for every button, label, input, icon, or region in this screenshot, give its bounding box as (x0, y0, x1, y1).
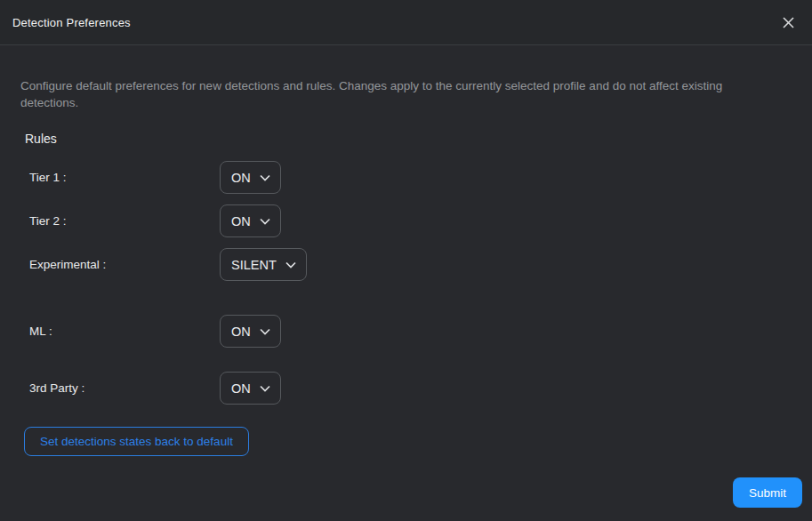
rule-label-3rd-party: 3rd Party : (29, 381, 220, 395)
experimental-dropdown-value: SILENT (231, 258, 277, 272)
tier1-dropdown[interactable]: ON (220, 161, 281, 194)
close-icon (782, 16, 795, 29)
reset-defaults-button[interactable]: Set detections states back to default (24, 427, 249, 456)
third-party-dropdown[interactable]: ON (220, 372, 281, 405)
rule-label-tier1: Tier 1 : (29, 171, 220, 184)
chevron-down-icon (285, 261, 296, 269)
ml-dropdown-value: ON (231, 325, 251, 339)
rule-row-3rd-party: 3rd Party : ON (29, 372, 812, 405)
tier2-dropdown[interactable]: ON (220, 204, 281, 237)
rule-row-tier2: Tier 2 : ON (29, 204, 812, 237)
rule-row-experimental: Experimental : SILENT (29, 248, 812, 281)
rule-label-ml: ML : (29, 325, 220, 338)
rule-row-tier1: Tier 1 : ON (29, 161, 812, 194)
chevron-down-icon (260, 328, 270, 335)
rule-label-tier2: Tier 2 : (29, 214, 220, 228)
dialog-description: Configure default preferences for new de… (20, 77, 778, 111)
tier1-dropdown-value: ON (231, 171, 251, 185)
experimental-dropdown[interactable]: SILENT (220, 248, 307, 281)
detection-preferences-dialog: Detection Preferences Configure default … (0, 0, 812, 521)
third-party-dropdown-value: ON (231, 381, 251, 396)
submit-button[interactable]: Submit (733, 477, 802, 508)
dialog-body: Configure default preferences for new de… (0, 45, 812, 521)
close-button[interactable] (777, 12, 799, 33)
chevron-down-icon (260, 174, 270, 181)
rules-section-title: Rules (25, 132, 812, 146)
tier2-dropdown-value: ON (231, 214, 251, 228)
chevron-down-icon (260, 218, 270, 225)
dialog-header: Detection Preferences (0, 0, 812, 45)
rules-rows: Tier 1 : ON Tier 2 : ON Expe (29, 161, 812, 405)
chevron-down-icon (260, 385, 270, 392)
dialog-title: Detection Preferences (12, 16, 131, 29)
rule-row-ml: ML : ON (29, 315, 812, 348)
ml-dropdown[interactable]: ON (220, 315, 281, 348)
rule-label-experimental: Experimental : (29, 258, 220, 271)
